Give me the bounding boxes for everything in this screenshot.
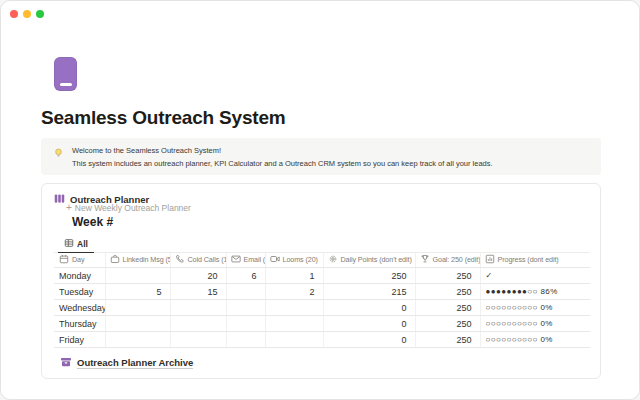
column-header-looms[interactable]: Looms (20): [265, 253, 323, 268]
cell-progress[interactable]: ○○○○○○○○○○ 0%: [480, 300, 590, 316]
cell-looms[interactable]: [265, 316, 323, 332]
table-row-tuesday: Tuesday 5 15 2 215 250 ●●●●●●●●○○ 86%: [54, 284, 590, 300]
new-weekly-planner-button[interactable]: + New Weekly Outreach Planner: [66, 203, 191, 213]
cell-day[interactable]: Friday: [54, 332, 105, 348]
callout-line2: This system includes an outreach planner…: [72, 157, 493, 170]
cell-daily-points[interactable]: 0: [323, 300, 415, 316]
column-header-email[interactable]: Email (5): [226, 253, 265, 268]
cell-progress[interactable]: ○○○○○○○○○○ 0%: [480, 316, 590, 332]
cell-daily-points[interactable]: 215: [323, 284, 415, 300]
table-view-icon: [64, 238, 74, 250]
trophy-icon: [420, 254, 430, 266]
cell-day[interactable]: Tuesday: [54, 284, 105, 300]
cell-goal[interactable]: 250: [415, 284, 480, 300]
chart-icon: [485, 254, 495, 266]
purple-notebook-icon[interactable]: [54, 57, 77, 91]
cell-linkedin-msg[interactable]: 5: [105, 284, 170, 300]
cell-looms[interactable]: [265, 300, 323, 316]
cell-progress[interactable]: ✓: [480, 268, 590, 284]
minimize-button[interactable]: [23, 10, 31, 18]
column-header-day[interactable]: Day: [54, 253, 105, 268]
cell-linkedin-msg[interactable]: [105, 332, 170, 348]
cell-email[interactable]: [226, 316, 265, 332]
phone-icon: [175, 254, 185, 266]
cell-daily-points[interactable]: 0: [323, 332, 415, 348]
table-row-thursday: Thursday 0 250 ○○○○○○○○○○ 0%: [54, 316, 590, 332]
callout-line1: Welcome to the Seamless Outreach System!: [72, 144, 493, 157]
cell-day[interactable]: Thursday: [54, 316, 105, 332]
welcome-callout: Welcome to the Seamless Outreach System!…: [41, 138, 601, 175]
cell-linkedin-msg[interactable]: [105, 316, 170, 332]
column-header-goal[interactable]: Goal: 250 (edit): [415, 253, 480, 268]
cell-looms[interactable]: 2: [265, 284, 323, 300]
cell-email[interactable]: [226, 284, 265, 300]
plus-icon: +: [66, 203, 72, 213]
column-header-linkedin-msg[interactable]: Linkedin Msg (5): [105, 253, 170, 268]
cell-email[interactable]: [226, 300, 265, 316]
briefcase-icon: [110, 254, 120, 266]
cell-cold-calls[interactable]: [170, 316, 226, 332]
tab-all-label: All: [77, 239, 88, 249]
header-row: Day Linkedin Msg (5) Cold: [54, 253, 590, 268]
column-header-progress[interactable]: Progress (dont edit): [480, 253, 590, 268]
cell-email[interactable]: [226, 332, 265, 348]
cell-daily-points[interactable]: 250: [323, 268, 415, 284]
column-header-daily-points[interactable]: Daily Points (don't edit): [323, 253, 415, 268]
cell-linkedin-msg[interactable]: [105, 300, 170, 316]
cell-email[interactable]: 6: [226, 268, 265, 284]
cell-progress[interactable]: ○○○○○○○○○○ 0%: [480, 332, 590, 348]
bar-chart-icon: [54, 190, 65, 208]
column-header-cold-calls[interactable]: Cold Calls (10): [170, 253, 226, 268]
envelope-icon: [231, 254, 241, 266]
week-heading: Week #: [72, 215, 113, 229]
cell-looms[interactable]: 1: [265, 268, 323, 284]
planner-table: Day Linkedin Msg (5) Cold: [54, 253, 590, 348]
calendar-icon: [59, 254, 69, 266]
page-title: Seamless Outreach System: [41, 107, 285, 129]
notion-window: Seamless Outreach System Welcome to the …: [0, 0, 640, 400]
cell-cold-calls[interactable]: [170, 332, 226, 348]
cell-day[interactable]: Monday: [54, 268, 105, 284]
tab-all[interactable]: All: [58, 236, 94, 253]
cell-day[interactable]: Wednesday: [54, 300, 105, 316]
archive-link-label: Outreach Planner Archive: [77, 357, 193, 370]
cell-cold-calls[interactable]: [170, 300, 226, 316]
cell-goal[interactable]: 250: [415, 332, 480, 348]
close-button[interactable]: [10, 10, 18, 18]
archive-box-icon: [60, 354, 72, 372]
video-camera-icon: [270, 254, 280, 266]
cell-goal[interactable]: 250: [415, 268, 480, 284]
cell-daily-points[interactable]: 0: [323, 316, 415, 332]
cell-linkedin-msg[interactable]: [105, 268, 170, 284]
cell-goal[interactable]: 250: [415, 316, 480, 332]
cell-goal[interactable]: 250: [415, 300, 480, 316]
lightbulb-icon: [53, 144, 65, 175]
new-weekly-planner-label: New Weekly Outreach Planner: [75, 203, 191, 213]
outreach-planner-archive-link[interactable]: Outreach Planner Archive: [60, 354, 193, 372]
view-tab-bar: All: [54, 236, 590, 253]
table-row-monday: Monday 20 6 1 250 250 ✓: [54, 268, 590, 284]
gear-icon: [328, 254, 338, 266]
outreach-planner-database: Outreach Planner + New Weekly Outreach P…: [41, 183, 601, 379]
zoom-button[interactable]: [36, 10, 44, 18]
table-row-friday: Friday 0 250 ○○○○○○○○○○ 0%: [54, 332, 590, 348]
cell-cold-calls[interactable]: 20: [170, 268, 226, 284]
cell-progress[interactable]: ●●●●●●●●○○ 86%: [480, 284, 590, 300]
cell-looms[interactable]: [265, 332, 323, 348]
cell-cold-calls[interactable]: 15: [170, 284, 226, 300]
table-row-wednesday: Wednesday 0 250 ○○○○○○○○○○ 0%: [54, 300, 590, 316]
